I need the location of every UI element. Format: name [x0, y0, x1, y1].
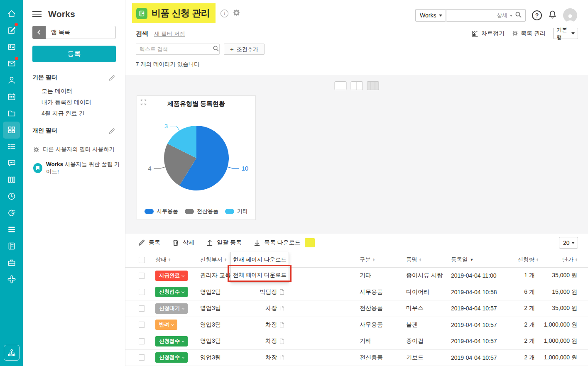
contact-card-icon[interactable]: [0, 39, 23, 55]
filter-item-april-paid[interactable]: 4월 지급 완료 건: [23, 108, 125, 119]
row-checkbox[interactable]: [139, 322, 145, 328]
sort-icon[interactable]: ▴▾: [373, 258, 375, 261]
text-search-box[interactable]: [136, 44, 220, 55]
pie-chart[interactable]: 1043: [137, 107, 256, 220]
clock-icon[interactable]: [0, 188, 23, 205]
column-header-7[interactable]: 단가▴▾: [538, 256, 577, 264]
column-header-6[interactable]: 신청량▴▾: [513, 256, 538, 264]
chart-fold-button[interactable]: 차트접기: [471, 30, 505, 37]
folder-icon[interactable]: [0, 105, 23, 122]
pencil-icon: [138, 239, 145, 246]
row-checkbox[interactable]: [139, 273, 145, 279]
status-badge[interactable]: 신청접수: [155, 287, 188, 297]
apps-icon[interactable]: [0, 122, 23, 138]
info-icon[interactable]: i: [220, 10, 228, 17]
pie-value-label: 10: [242, 165, 249, 172]
register-button[interactable]: 등록: [32, 46, 116, 62]
column-header-5[interactable]: 등록일▼: [451, 256, 513, 264]
download-list-button[interactable]: 목록 다운로드: [253, 239, 301, 246]
row-checkbox[interactable]: [139, 289, 145, 295]
home-icon[interactable]: [0, 5, 23, 22]
register-row-button[interactable]: 등록: [138, 239, 160, 246]
edit-personal-filter-icon[interactable]: [108, 127, 115, 134]
table-row[interactable]: 지급완료 관리자 교육 기타 종이서류 서랍 2019-04-04 11:00 …: [125, 268, 588, 284]
layout-two-column-button[interactable]: [351, 81, 363, 90]
status-badge[interactable]: 반려: [155, 320, 177, 330]
column-header-4[interactable]: 품명▴▾: [406, 256, 451, 264]
row-checkbox[interactable]: [139, 338, 145, 344]
menu-icon[interactable]: [32, 11, 42, 17]
page-size-select[interactable]: 20: [559, 237, 578, 249]
document-icon[interactable]: [279, 305, 285, 312]
sort-icon[interactable]: ▴▾: [419, 258, 421, 261]
chat-icon[interactable]: [0, 155, 23, 171]
status-badge[interactable]: 신청접수: [155, 352, 188, 363]
search-icon[interactable]: [515, 11, 522, 20]
edit-basic-filter-icon[interactable]: [108, 74, 115, 81]
calendar-icon[interactable]: [0, 88, 23, 105]
table-row[interactable]: 신청접수 영업3팀 차장 기타 종이컵 2019-04-04 10:57 2 개…: [125, 333, 588, 350]
download-caret-highlight-annotation[interactable]: [305, 238, 315, 247]
sort-desc-icon[interactable]: ▼: [470, 258, 474, 262]
column-header-0[interactable]: 상태▴▾: [155, 256, 200, 264]
view-type-select[interactable]: 기본형: [553, 28, 578, 39]
add-condition-button[interactable]: + 조건추가: [224, 44, 265, 55]
mail-icon[interactable]: [0, 55, 23, 72]
row-checkbox[interactable]: [139, 305, 145, 312]
cell-type: 전산용품: [360, 354, 406, 361]
document-icon[interactable]: [279, 322, 285, 328]
sort-icon[interactable]: ▴▾: [169, 258, 170, 261]
list-manage-button[interactable]: 목록 관리: [512, 30, 546, 37]
pie-chart-card: 제품유형별 등록현황 1043 사무용품전산용품기타: [137, 95, 256, 220]
mail-badge: [15, 57, 18, 60]
app-settings-gear-icon[interactable]: [233, 9, 240, 18]
org-chart-icon[interactable]: [4, 345, 20, 361]
layout-one-column-button[interactable]: [335, 81, 347, 90]
help-icon[interactable]: ?: [532, 10, 542, 20]
search-icon[interactable]: [213, 45, 219, 54]
task-list-icon[interactable]: [0, 138, 23, 155]
filter-item-my-data[interactable]: 내가 등록한 데이터: [23, 97, 125, 108]
row-checkbox[interactable]: [139, 354, 145, 361]
notifications-bell-icon[interactable]: [548, 10, 557, 21]
stats-icon[interactable]: [0, 205, 23, 221]
other-users-filter-link[interactable]: 다른 사용자의 필터 사용하기: [23, 146, 125, 153]
briefcase-icon[interactable]: [0, 254, 23, 271]
document-icon[interactable]: [279, 289, 285, 295]
status-badge[interactable]: 지급완료: [155, 271, 188, 281]
delete-button[interactable]: 삭제: [172, 239, 194, 246]
contacts-icon[interactable]: [0, 72, 23, 88]
filter-item-all-data[interactable]: 모든 데이터: [23, 85, 125, 97]
compose-icon[interactable]: [0, 22, 23, 39]
status-badge[interactable]: 신청접수: [155, 336, 188, 346]
global-search-input[interactable]: 상세: [446, 9, 526, 22]
cell-department: 영업2팀: [200, 288, 245, 296]
app-list-back[interactable]: 앱 목록: [32, 26, 116, 39]
drive-icon[interactable]: [0, 171, 23, 188]
workspace-select[interactable]: Works: [415, 9, 446, 22]
column-header-3[interactable]: 구분▴▾: [360, 256, 406, 264]
save-new-filter-link[interactable]: 새 필터 저장: [154, 30, 185, 38]
sort-icon[interactable]: ▴▾: [576, 258, 577, 261]
board-icon[interactable]: [0, 221, 23, 238]
bulk-register-button[interactable]: 일괄 등록: [206, 239, 242, 246]
chevron-left-icon[interactable]: [32, 26, 46, 39]
sort-icon[interactable]: ▴▾: [225, 258, 226, 261]
document-icon[interactable]: [279, 338, 285, 344]
plugin-icon[interactable]: [0, 271, 23, 288]
text-search-input[interactable]: [140, 46, 213, 52]
download-menu-item-1[interactable]: 전체 페이지 다운로드: [231, 267, 289, 282]
search-scope-label[interactable]: 상세: [497, 12, 507, 19]
notebook-icon[interactable]: [0, 238, 23, 254]
guide-banner[interactable]: Works 사용자들 위한 꿀팁 가이드!: [23, 161, 125, 176]
table-row[interactable]: 신청접수 영업2팀 박팀장 사무용품 다이어리 2019-04-04 10:58…: [125, 284, 588, 301]
document-icon[interactable]: [279, 354, 285, 361]
select-all-checkbox[interactable]: [139, 257, 145, 263]
table-row[interactable]: 신청접수 영업3팀 차장 전산용품 키보드 2019-04-04 10:57 2…: [125, 350, 588, 366]
download-menu-item-0[interactable]: 현재 페이지 다운로드: [231, 252, 289, 267]
layout-three-column-button[interactable]: [367, 81, 379, 90]
status-badge[interactable]: 신청대기: [155, 303, 188, 314]
avatar[interactable]: [563, 8, 577, 22]
table-row[interactable]: 신청대기 영업3팀 차장 전산용품 마우스 2019-04-04 10:57 2…: [125, 300, 588, 317]
table-row[interactable]: 반려 영업3팀 차장 사무용품 볼펜 2019-04-04 10:57 2 개 …: [125, 317, 588, 334]
